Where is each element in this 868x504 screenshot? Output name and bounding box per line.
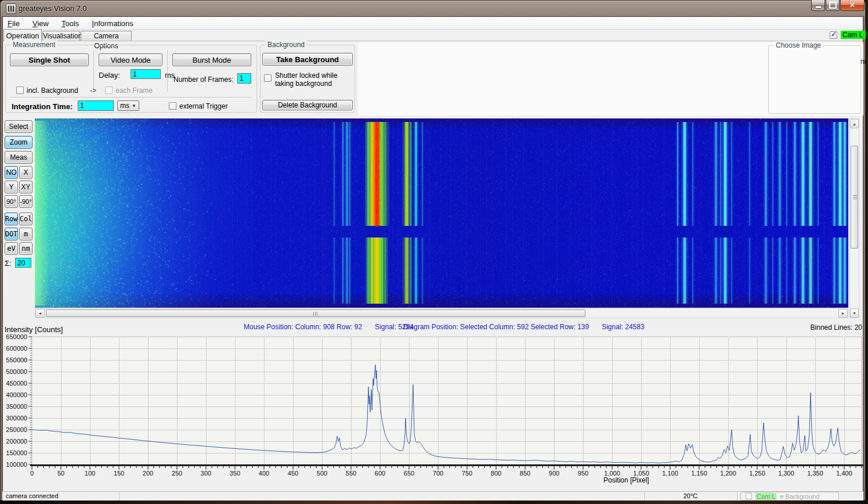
tool-zoom-button[interactable]: Zoom [5, 136, 32, 149]
ghost-background-label: e Background [780, 493, 819, 500]
tool-ev-button[interactable]: eV [5, 242, 18, 255]
svg-text:200: 200 [143, 470, 153, 477]
scroll-left-button[interactable]: ◄ [35, 309, 45, 318]
tool-no-button[interactable]: NO [5, 166, 18, 179]
svg-text:550: 550 [346, 470, 356, 477]
svg-text:1,400: 1,400 [836, 470, 852, 477]
screen: greateyes Vision 7.0 ✕ File View Tools I… [0, 0, 868, 504]
vertical-scrollbar-thumb[interactable] [851, 146, 858, 249]
horizontal-scrollbar[interactable]: ◄ ► [35, 308, 848, 318]
app-icon [6, 3, 16, 14]
arrow-up-icon: ▲ [852, 122, 856, 126]
menu-bar: File View Tools Informations [3, 17, 863, 30]
scroll-right-button[interactable]: ► [838, 309, 848, 318]
measurement-group-title: Measurement [10, 41, 57, 49]
svg-text:700: 700 [433, 470, 443, 477]
tab-strip-line [3, 41, 863, 41]
svg-text:400000: 400000 [6, 391, 27, 398]
tool-xy-button[interactable]: XY [19, 181, 32, 193]
svg-text:300000: 300000 [6, 415, 27, 422]
svg-text:1,300: 1,300 [778, 470, 794, 477]
maximize-button[interactable] [826, 0, 840, 11]
statusbar-separator-1 [119, 492, 120, 501]
svg-text:650: 650 [404, 470, 414, 477]
horizontal-scrollbar-thumb[interactable] [46, 309, 585, 317]
menu-informations[interactable]: Informations [87, 19, 138, 28]
sigma-input[interactable] [15, 258, 31, 268]
svg-text:1,150: 1,150 [691, 470, 707, 477]
svg-text:500: 500 [317, 470, 327, 477]
svg-text:50: 50 [57, 470, 64, 477]
close-button[interactable]: ✕ [840, 0, 865, 11]
sigma-label: Σ: [5, 259, 12, 268]
arrow-down-icon: ▼ [852, 311, 856, 315]
svg-text:250000: 250000 [6, 426, 27, 433]
chart-y-axis-title: Intensity [Counts] [5, 325, 63, 334]
arrow-left-icon: ◄ [38, 311, 42, 315]
tool-col-button[interactable]: Col [19, 213, 32, 225]
desktop-bottom-strip [0, 501, 868, 504]
svg-text:100: 100 [85, 470, 95, 477]
close-icon: ✕ [849, 2, 855, 9]
tool-meas-button[interactable]: Meas [5, 151, 32, 164]
connection-status: camera connected [6, 492, 59, 499]
tab-operation[interactable]: Operation [3, 29, 42, 41]
menu-file[interactable]: File [3, 19, 24, 28]
tab-visualisation[interactable]: Visualisation [42, 31, 80, 41]
tool-rotate-cw-button[interactable]: 90° [5, 195, 18, 208]
arrow-right-icon: ► [841, 311, 845, 315]
svg-text:450: 450 [288, 470, 298, 477]
tool-dot-button[interactable]: DOT [5, 228, 18, 240]
background-group-title: Background [265, 41, 307, 49]
spectrum-chart-area: 1000001500002000002500003000003500004000… [0, 323, 868, 491]
menu-view[interactable]: View [28, 19, 53, 28]
svg-text:1,200: 1,200 [720, 470, 736, 477]
svg-text:200000: 200000 [6, 438, 27, 445]
tool-m-button[interactable]: m [19, 228, 32, 240]
spectrum-chart[interactable]: 1000001500002000002500003000003500004000… [0, 323, 868, 491]
svg-text:350: 350 [230, 470, 240, 477]
svg-text:600000: 600000 [6, 345, 27, 352]
svg-text:800: 800 [491, 470, 501, 477]
svg-text:950: 950 [578, 470, 588, 477]
minimize-icon [816, 6, 821, 8]
tool-row-button[interactable]: Row [5, 213, 18, 225]
svg-text:100000: 100000 [6, 461, 27, 468]
scroll-down-button[interactable]: ▼ [850, 308, 859, 318]
vertical-scrollbar[interactable]: ▲ ▼ [849, 118, 859, 318]
minimize-button[interactable] [811, 0, 825, 11]
svg-text:1,100: 1,100 [662, 470, 678, 477]
ccd-image[interactable] [35, 118, 848, 308]
scroll-up-button[interactable]: ▲ [850, 119, 859, 128]
svg-text:0: 0 [30, 470, 34, 477]
tool-nm-button[interactable]: nm [19, 242, 32, 255]
svg-text:1,350: 1,350 [807, 470, 823, 477]
svg-text:350000: 350000 [6, 403, 27, 410]
svg-text:300: 300 [201, 470, 211, 477]
tool-rotate-ccw-button[interactable]: -90° [19, 195, 32, 208]
tab-camera-options[interactable]: Camera Options [81, 31, 132, 41]
svg-text:850: 850 [520, 470, 530, 477]
ghost-cam-label: Cam L [755, 493, 776, 500]
menu-tools[interactable]: Tools [57, 19, 84, 28]
svg-text:250: 250 [172, 470, 182, 477]
desktop-right-strip [866, 0, 868, 504]
measurement-group: Measurement [5, 45, 257, 113]
cam-link-label: Cam L [841, 31, 867, 39]
ghost-checkbox-icon [746, 493, 752, 499]
cam-link-checkbox[interactable] [830, 31, 837, 39]
svg-text:900: 900 [549, 470, 559, 477]
status-bar: camera connected 20°C [2, 491, 863, 501]
svg-text:150: 150 [114, 470, 124, 477]
tool-y-button[interactable]: Y [5, 181, 18, 193]
maximize-icon [829, 2, 837, 9]
svg-text:750: 750 [462, 470, 472, 477]
tool-select-button[interactable]: Select [5, 120, 32, 133]
svg-text:650000: 650000 [6, 333, 27, 340]
background-group: Background [260, 45, 355, 113]
choose-image-group-title: Choose Image [773, 41, 823, 49]
chart-x-axis-title: Position [Pixel] [603, 476, 649, 484]
tool-x-button[interactable]: X [19, 166, 32, 179]
svg-text:1,250: 1,250 [749, 470, 765, 477]
temperature-status: 20°C [644, 492, 737, 499]
